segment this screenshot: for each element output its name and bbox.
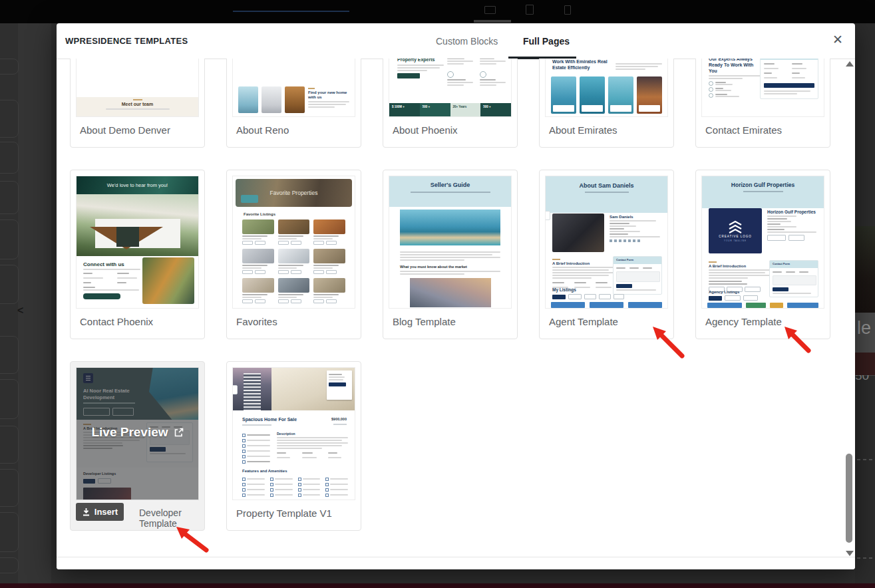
text-line [275,489,293,490]
amenity-row [242,482,265,486]
feature-item [447,71,473,87]
live-preview-link[interactable]: Live Preview [77,425,198,440]
tag-line [308,88,315,89]
modal-scrollbar[interactable] [845,60,853,557]
close-icon[interactable]: ✕ [832,33,843,46]
subtitle-line [585,192,629,193]
dimmed-dashes [857,557,873,559]
post-title: Seller's Guide [389,182,511,188]
cta-button [397,73,420,78]
scrollbar-thumb[interactable] [846,454,852,543]
template-card-contact-emirates[interactable]: Our Experts Always Ready To Work With Yo… [695,59,830,148]
description-block: Description [277,432,348,460]
editor-panel [0,469,19,507]
text-block [300,59,349,61]
pool-patch [241,195,258,203]
scroll-up-arrow-icon[interactable] [846,61,854,67]
logo-tagline: YOUR TAGLINE [724,239,747,242]
section-heading: Meet our team [77,102,198,106]
text-line [330,489,348,490]
checkbox-icon [242,488,246,492]
template-name: Contact Phoenix [80,316,153,327]
template-thumbnail: Favorite Properties Favorite Listings [232,176,355,309]
template-card-property-v1[interactable]: Spacious Home For Sale $900,000 [226,361,361,531]
text-line [277,440,342,441]
editor-panel [0,557,19,573]
template-thumbnail: Your Trusted Property Experts $ 100M + [389,59,512,117]
editor-topbar [0,0,875,23]
text-line [397,67,440,69]
insert-button[interactable]: Insert [76,503,124,521]
text-block [615,62,662,71]
tab-custom-blocks[interactable]: Custom Blocks [436,36,498,47]
social-icons-row [610,239,664,242]
amenity-row [325,493,348,497]
city-photo [608,76,633,114]
dimmed-page-right-edge: le ze 50 [855,23,875,583]
editor-panel [0,100,19,138]
template-card-blog[interactable]: Seller's Guide What you must know about … [383,170,518,339]
text-line [303,478,321,480]
scroll-down-arrow-icon[interactable] [846,551,854,556]
photo-caption-card [553,105,574,112]
listing-card [278,249,310,274]
tablet-preview-icon[interactable] [526,5,534,15]
amenity-column [242,476,265,498]
template-card-about-emirates[interactable]: Work With Emirates Real Estate Efficient… [539,59,674,148]
template-card-agent[interactable]: About Sam Daniels Sam Daniels [539,170,674,339]
listing-photo [278,249,310,263]
template-name: Agent Template [549,316,618,327]
tab-full-pages[interactable]: Full Pages [523,36,570,47]
desktop-preview-icon[interactable] [484,6,496,14]
template-card-about-demo-denver[interactable]: Meet our team About Demo Denver [70,59,205,148]
text-line [480,63,496,65]
text-block [85,59,133,87]
text-line [397,65,444,66]
checkbox-icon [298,483,301,486]
text-line [447,61,473,62]
checkbox-icon [270,478,273,481]
banner-title: Favorite Properties [270,190,318,196]
submit-pill-button [83,293,120,299]
template-card-about-phoenix[interactable]: Your Trusted Property Experts $ 100M + [383,59,518,148]
text-block [144,59,192,87]
feature-item [447,59,473,66]
text-line [308,104,346,105]
dimmed-dashes [857,459,873,460]
text-line [330,494,348,496]
connect-block: Connect with us [83,261,144,299]
house-photo [77,194,198,256]
agent-header: About Sam Daniels [546,176,667,213]
template-card-developer[interactable]: Al Noor Real Estate Development A Brief … [70,361,205,531]
template-thumbnail: Spacious Home For Sale $900,000 [232,367,355,500]
cta-card [327,370,352,400]
template-row-1: Meet our team About Demo Denver [70,59,830,148]
price-sub-line [333,424,347,425]
template-card-agency[interactable]: Horizon Gulf Properties CREATIVE LOGO YO… [695,170,830,339]
template-card-about-reno[interactable]: Find your new home with us About Reno [226,59,361,148]
collapse-chevron-icon[interactable]: < [17,305,23,317]
section-heading: Connect with us [83,261,144,267]
text-line [480,84,496,86]
agency-info: Horizon Gulf Properties [767,210,820,241]
text-line [308,101,349,102]
template-thumbnail: Our Experts Always Ready To Work With Yo… [701,59,824,117]
editor-panel [0,181,19,214]
stat-item: $ 100M + [389,103,420,116]
amenity-row [270,482,293,486]
agency-header: Horizon Gulf Properties [702,176,824,208]
text-line [400,273,464,275]
partial-text: le [857,318,871,339]
template-card-favorites[interactable]: Favorite Properties Favorite Listings [226,170,361,339]
listing-tabs [709,295,758,301]
sub-heading: What you must know about the market [400,265,500,269]
checkbox-icon [242,494,246,497]
text-block [308,101,349,108]
text-line [615,63,662,65]
photo-caption-card [582,105,603,112]
form-submit-button [616,284,632,288]
mobile-preview-icon[interactable] [564,5,571,15]
hero-block: Work With Emirates Real Estate Efficient… [552,59,615,71]
template-card-contact-phoenix[interactable]: We'd love to hear from you! Connect with… [70,170,205,339]
subtitle-line [743,191,783,192]
